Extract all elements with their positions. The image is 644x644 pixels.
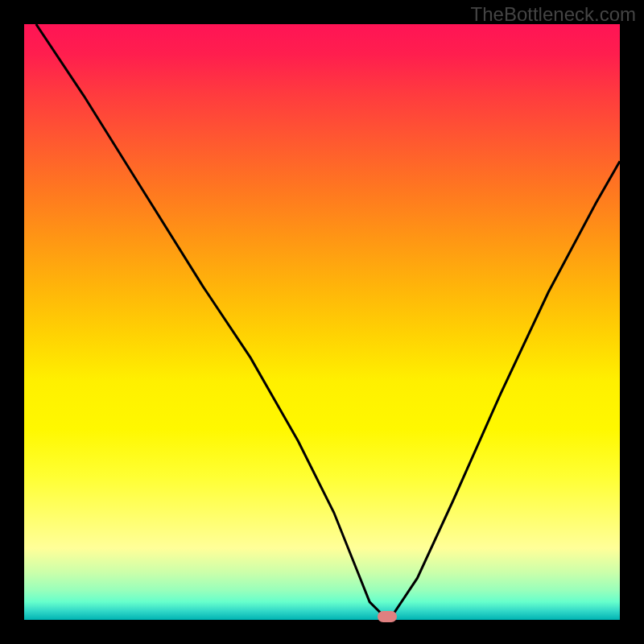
optimal-marker: [378, 611, 397, 622]
watermark-label: TheBottleneck.com: [471, 3, 636, 26]
chart-container: TheBottleneck.com: [0, 0, 644, 644]
curve-svg: [24, 24, 620, 620]
bottleneck-curve: [36, 24, 620, 617]
plot-area: [24, 24, 620, 620]
